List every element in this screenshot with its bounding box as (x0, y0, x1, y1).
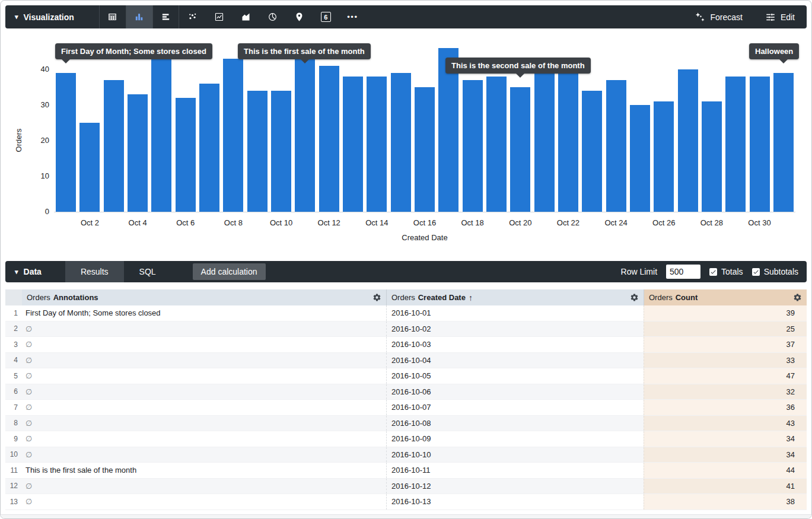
pie-chart-icon[interactable] (259, 5, 286, 28)
bar-2016-10-16[interactable] (415, 87, 435, 212)
created-date-cell[interactable]: 2016-10-04 (386, 353, 644, 368)
area-chart-icon[interactable] (233, 5, 259, 28)
forecast-button[interactable]: Forecast (695, 12, 742, 23)
count-cell[interactable]: 36 (644, 400, 807, 415)
bar-2016-10-28[interactable] (702, 101, 722, 212)
count-cell[interactable]: 32 (644, 384, 807, 400)
horizontal-scrollbar[interactable] (1, 514, 811, 518)
bar-2016-10-18[interactable] (463, 80, 483, 212)
gear-icon[interactable] (793, 293, 802, 302)
annotation-cell[interactable]: ∅ (22, 479, 386, 494)
annotation-label[interactable]: This is the second sale of the month (445, 58, 591, 74)
sort-ascending-icon[interactable]: ↑ (469, 293, 473, 303)
row-limit-input[interactable] (666, 265, 700, 279)
map-icon[interactable] (286, 5, 313, 28)
subtotals-checkbox-box[interactable] (752, 268, 760, 276)
table-icon[interactable] (99, 5, 126, 28)
created-date-cell[interactable]: 2016-10-01 (386, 305, 644, 321)
column-header-count[interactable]: Orders Count (644, 289, 807, 305)
edit-button[interactable]: Edit (765, 12, 795, 23)
single-value-icon[interactable]: 6 (313, 5, 339, 28)
gear-icon[interactable] (372, 293, 381, 302)
bar-2016-10-27[interactable] (678, 69, 698, 212)
count-cell[interactable]: 39 (644, 305, 807, 321)
tab-results[interactable]: Results (65, 261, 124, 282)
bar-2016-10-14[interactable] (367, 77, 387, 212)
bar-2016-10-13[interactable] (343, 77, 363, 212)
bar-2016-10-02[interactable] (79, 123, 100, 212)
line-chart-icon[interactable] (206, 5, 233, 28)
annotation-cell[interactable]: ∅ (22, 431, 386, 447)
bar-2016-10-22[interactable] (558, 59, 578, 212)
tab-sql[interactable]: SQL (124, 261, 171, 282)
subtotals-checkbox[interactable]: Subtotals (752, 267, 798, 276)
bar-2016-10-30[interactable] (750, 77, 770, 212)
bar-2016-10-25[interactable] (630, 105, 650, 212)
count-cell[interactable]: 34 (644, 431, 807, 447)
created-date-cell[interactable]: 2016-10-13 (386, 494, 644, 510)
created-date-cell[interactable]: 2016-10-09 (386, 431, 644, 447)
created-date-cell[interactable]: 2016-10-12 (386, 479, 644, 494)
bar-2016-10-05[interactable] (151, 44, 171, 212)
bar-2016-10-24[interactable] (606, 80, 626, 212)
annotation-cell[interactable]: First Day of Month; Some stores closed (22, 305, 386, 321)
annotation-cell[interactable]: ∅ (22, 353, 386, 368)
annotation-cell[interactable]: ∅ (22, 416, 386, 431)
count-cell[interactable]: 25 (644, 321, 807, 337)
annotation-cell[interactable]: ∅ (22, 337, 386, 352)
bar-2016-10-29[interactable] (725, 77, 746, 212)
count-cell[interactable]: 43 (644, 416, 807, 431)
created-date-cell[interactable]: 2016-10-06 (386, 384, 644, 400)
count-cell[interactable]: 38 (644, 494, 807, 510)
data-section-toggle[interactable]: ▾ Data (5, 267, 51, 276)
column-header-annotations[interactable]: Orders Annotations (22, 289, 386, 305)
bar-2016-10-09[interactable] (247, 91, 268, 212)
count-cell[interactable]: 41 (644, 479, 807, 494)
bar-2016-10-15[interactable] (391, 73, 411, 212)
column-chart-icon[interactable] (126, 5, 152, 28)
bar-2016-10-19[interactable] (486, 77, 507, 212)
created-date-cell[interactable]: 2016-10-11 (386, 463, 644, 478)
count-cell[interactable]: 37 (644, 337, 807, 352)
bar-2016-10-01[interactable] (56, 73, 76, 212)
annotation-cell[interactable]: This is the first sale of the month (22, 463, 386, 478)
add-calculation-button[interactable]: Add calculation (193, 263, 266, 280)
created-date-cell[interactable]: 2016-10-10 (386, 447, 644, 463)
annotation-label[interactable]: Halloween (749, 43, 799, 59)
annotation-label[interactable]: First Day of Month; Some stores closed (55, 43, 212, 59)
created-date-cell[interactable]: 2016-10-02 (386, 321, 644, 337)
annotation-label[interactable]: This is the first sale of the month (238, 43, 371, 59)
bar-2016-10-26[interactable] (654, 101, 674, 212)
visualization-section-toggle[interactable]: ▾ Visualization (5, 12, 84, 22)
bar-2016-10-06[interactable] (176, 98, 196, 212)
annotation-cell[interactable]: ∅ (22, 400, 386, 415)
bar-2016-10-03[interactable] (104, 80, 124, 212)
created-date-cell[interactable]: 2016-10-07 (386, 400, 644, 415)
count-cell[interactable]: 33 (644, 353, 807, 368)
gear-icon[interactable] (630, 293, 639, 302)
totals-checkbox[interactable]: Totals (709, 267, 743, 276)
bar-2016-10-23[interactable] (582, 91, 602, 212)
column-header-created-date[interactable]: Orders Created Date ↑ (386, 289, 644, 305)
annotation-cell[interactable]: ∅ (22, 368, 386, 384)
annotation-cell[interactable]: ∅ (22, 384, 386, 400)
bar-chart-icon[interactable] (152, 5, 179, 28)
count-cell[interactable]: 47 (644, 368, 807, 384)
bar-2016-10-11[interactable] (295, 55, 315, 212)
bar-2016-10-04[interactable] (128, 94, 148, 212)
bar-2016-10-21[interactable] (534, 62, 555, 212)
created-date-cell[interactable]: 2016-10-03 (386, 337, 644, 352)
created-date-cell[interactable]: 2016-10-08 (386, 416, 644, 431)
bar-2016-10-12[interactable] (319, 66, 339, 212)
count-cell[interactable]: 44 (644, 463, 807, 478)
more-icon[interactable]: ••• (339, 5, 366, 28)
count-cell[interactable]: 34 (644, 447, 807, 463)
annotation-cell[interactable]: ∅ (22, 447, 386, 463)
annotation-cell[interactable]: ∅ (22, 494, 386, 510)
scatter-icon[interactable] (179, 5, 206, 28)
bar-2016-10-08[interactable] (223, 59, 243, 212)
created-date-cell[interactable]: 2016-10-05 (386, 368, 644, 384)
bar-2016-10-10[interactable] (271, 91, 291, 212)
bar-2016-10-07[interactable] (199, 84, 219, 212)
totals-checkbox-box[interactable] (709, 268, 717, 276)
